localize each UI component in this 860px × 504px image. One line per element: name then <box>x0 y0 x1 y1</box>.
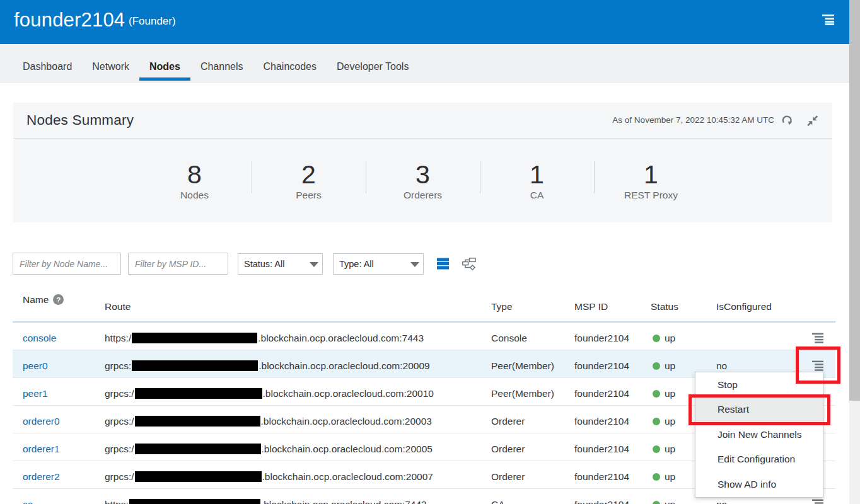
row-action-menu-icon[interactable] <box>812 360 823 371</box>
context-menu-item-label: Stop <box>718 379 738 391</box>
redaction-bar <box>135 444 261 454</box>
nav-tab-label: Nodes <box>149 61 180 72</box>
nav-tab-label: Dashboard <box>23 61 72 72</box>
table-row: console https:/ .blockchain.ocp.oraclecl… <box>13 323 835 350</box>
summary-stat: 3 Orderers <box>366 161 480 201</box>
redaction-bar <box>129 499 260 504</box>
context-menu-item[interactable]: Stop <box>695 372 823 398</box>
node-name-cell: orderer0 <box>13 416 105 427</box>
node-route-cell: grpcs: .blockchain.ocp.oraclecloud.com:2… <box>105 360 491 372</box>
type-filter-select[interactable]: Type: All <box>333 253 424 275</box>
nav-tab[interactable]: Chaincodes <box>253 44 327 82</box>
node-type-cell: Peer(Member) <box>491 388 574 399</box>
route-suffix: .blockchain.ocp.oraclecloud.com:7443 <box>258 333 424 344</box>
status-text: up <box>665 360 675 372</box>
node-name-link[interactable]: orderer1 <box>23 444 60 454</box>
filter-node-name-input[interactable] <box>13 253 121 275</box>
node-msp-id-cell: founder2104 <box>574 471 651 483</box>
column-header-msp-id: MSP ID <box>574 301 651 312</box>
route-prefix: https:/ <box>105 333 131 344</box>
stat-value: 8 <box>137 161 252 188</box>
context-menu-item-label: Restart <box>718 404 749 415</box>
node-route-cell: grpcs:/ .blockchain.ocp.oraclecloud.com:… <box>105 471 491 483</box>
nav-tab[interactable]: Nodes <box>139 44 190 82</box>
node-type-cell: Orderer <box>491 416 574 427</box>
context-menu-item[interactable]: Edit Configuration <box>695 447 823 472</box>
main-nav: Dashboard Network Nodes Channels Chainco… <box>0 44 849 83</box>
node-name-cell: console <box>13 333 105 344</box>
node-name-link[interactable]: orderer2 <box>23 471 60 482</box>
status-text: up <box>665 388 675 399</box>
summary-stat: 1 CA <box>480 161 594 201</box>
row-context-menu: Stop Restart Join New Channels Edit Conf… <box>695 372 823 498</box>
node-status-cell: up <box>651 333 716 344</box>
nav-tab[interactable]: Developer Tools <box>327 44 419 82</box>
instance-title: founder2104 <box>14 9 125 32</box>
column-header-type: Type <box>491 301 574 312</box>
route-suffix: .blockchain.ocp.oraclecloud.com:20003 <box>261 416 432 427</box>
scrollbar-thumb[interactable] <box>849 0 860 401</box>
row-action-menu-icon[interactable] <box>812 499 823 504</box>
vertical-scrollbar[interactable] <box>849 0 860 504</box>
nav-tab-label: Network <box>92 61 129 72</box>
stat-value: 3 <box>366 161 480 188</box>
filter-msp-id-input[interactable] <box>128 253 228 275</box>
redaction-bar <box>132 360 258 371</box>
node-actions-cell <box>799 360 835 371</box>
nav-tab-label: Developer Tools <box>337 61 409 72</box>
context-menu-item[interactable]: Join New Channels <box>695 422 823 447</box>
node-name-cell: peer0 <box>13 360 105 372</box>
node-status-cell: up <box>651 499 716 504</box>
context-menu-item[interactable]: Restart <box>695 398 823 423</box>
node-msp-id-cell: founder2104 <box>574 388 651 399</box>
node-name-link[interactable]: peer1 <box>23 388 48 399</box>
status-up-dot <box>653 473 660 481</box>
nav-tab[interactable]: Network <box>82 44 139 82</box>
global-action-menu-icon[interactable] <box>822 14 834 25</box>
node-route-cell: grpcs:/ .blockchain.ocp.oraclecloud.com:… <box>105 388 491 399</box>
chevron-down-icon <box>410 262 419 267</box>
nodes-summary-panel: Nodes Summary As of November 7, 2022 10:… <box>13 103 832 222</box>
node-name-link[interactable]: console <box>23 333 56 343</box>
topology-view-icon[interactable] <box>462 258 476 270</box>
help-icon[interactable]: ? <box>53 294 64 305</box>
node-route-cell: https: .blockchain.ocp.oraclecloud.com:7… <box>105 499 491 504</box>
stat-label: CA <box>480 190 594 201</box>
status-up-dot <box>653 445 660 453</box>
redaction-bar <box>135 388 262 399</box>
node-name-link[interactable]: peer0 <box>23 360 48 371</box>
node-route-cell: grpcs:/ .blockchain.ocp.oraclecloud.com:… <box>105 416 491 427</box>
node-name-cell: ca <box>13 499 105 504</box>
node-actions-cell <box>799 499 835 504</box>
node-route-cell: https:/ .blockchain.ocp.oraclecloud.com:… <box>105 333 491 344</box>
panel-title: Nodes Summary <box>26 112 134 129</box>
app-window: founder2104 (Founder) Dashboard Network … <box>0 0 860 504</box>
stat-label: Peers <box>252 190 366 201</box>
row-action-menu-icon[interactable] <box>812 333 823 343</box>
node-name-link[interactable]: orderer0 <box>23 416 60 427</box>
context-menu-item-label: Edit Configuration <box>718 454 795 465</box>
context-menu-item[interactable]: Show AD info <box>695 472 823 497</box>
refresh-icon[interactable] <box>781 115 793 127</box>
column-header-status: Status <box>651 301 716 312</box>
status-filter-select[interactable]: Status: All <box>238 253 323 275</box>
nav-tab[interactable]: Dashboard <box>13 44 82 82</box>
node-msp-id-cell: founder2104 <box>574 499 651 504</box>
list-view-icon[interactable] <box>437 258 449 270</box>
column-header-name: Name ? <box>13 294 105 306</box>
summary-stat: 1 REST Proxy <box>594 161 708 201</box>
nodes-table-header: Name ? Route Type MSP ID Status IsConfig… <box>13 287 835 323</box>
route-prefix: grpcs: <box>105 360 131 372</box>
route-prefix: grpcs:/ <box>105 444 134 455</box>
collapse-icon[interactable] <box>806 115 818 127</box>
column-header-route: Route <box>105 301 491 312</box>
nav-tab-label: Chaincodes <box>263 61 317 72</box>
nodes-summary-stats: 8 Nodes 2 Peers 3 Orderers 1 CA <box>13 139 832 201</box>
route-prefix: grpcs:/ <box>105 471 134 483</box>
nav-tab[interactable]: Channels <box>190 44 253 82</box>
status-text: up <box>665 333 675 344</box>
node-name-cell: orderer1 <box>13 444 105 455</box>
node-name-link[interactable]: ca <box>23 499 33 504</box>
nodes-summary-header: Nodes Summary As of November 7, 2022 10:… <box>13 103 832 139</box>
type-filter-value: Type: All <box>339 259 374 269</box>
